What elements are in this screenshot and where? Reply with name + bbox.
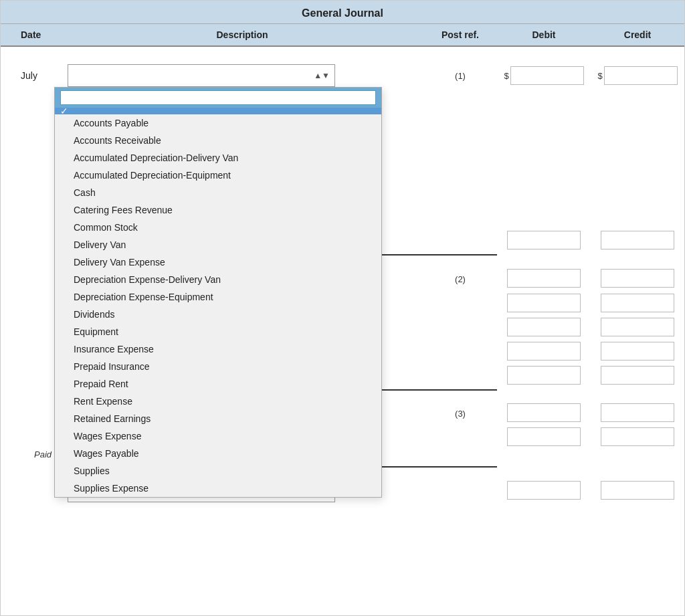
dropdown-item[interactable]: Equipment bbox=[55, 323, 381, 340]
t3r1-credit-input[interactable] bbox=[601, 403, 674, 422]
t2r1-postref: (2) bbox=[423, 274, 497, 284]
transaction-1-debit-input[interactable] bbox=[510, 66, 584, 85]
transaction-1-postref: (1) bbox=[423, 71, 497, 81]
dropdown-overlay: ✓Accounts PayableAccounts ReceivableAccu… bbox=[54, 87, 382, 498]
journal-title: General Journal bbox=[1, 1, 684, 24]
col-header-description: Description bbox=[61, 29, 423, 40]
supplies-note-debit bbox=[497, 366, 591, 387]
description-select[interactable]: Accounts PayableAccounts ReceivableAccum… bbox=[68, 64, 335, 87]
t3r1-debit bbox=[497, 403, 591, 424]
dropdown-item[interactable]: Common Stock bbox=[55, 219, 381, 236]
transaction-1-credit-input[interactable] bbox=[604, 66, 678, 85]
supplies-note-credit-input[interactable] bbox=[601, 366, 674, 385]
dropdown-item[interactable]: Rent Expense bbox=[55, 393, 381, 410]
t4r1-credit-input[interactable] bbox=[601, 481, 674, 500]
t2r3-debit-input[interactable] bbox=[507, 318, 581, 336]
t3r1-credit bbox=[591, 403, 684, 424]
t2r4-debit-input[interactable] bbox=[507, 342, 581, 361]
supplies-note-debit-input[interactable] bbox=[507, 366, 581, 385]
dropdown-item[interactable]: Insurance Expense bbox=[55, 340, 381, 358]
dropdown-item[interactable]: Supplies bbox=[55, 462, 381, 480]
credit-dollar-sign: $ bbox=[597, 71, 602, 81]
dropdown-item[interactable]: Wages Payable bbox=[55, 445, 381, 462]
t3r2-debit bbox=[497, 427, 591, 448]
transaction-1-date: July bbox=[1, 70, 61, 81]
t3r2-debit-input[interactable] bbox=[507, 427, 581, 446]
col-header-postref: Post ref. bbox=[423, 29, 497, 40]
t1r2-credit-input[interactable] bbox=[601, 231, 674, 249]
t3r1-postref: (3) bbox=[423, 409, 497, 419]
dropdown-search-row bbox=[55, 88, 381, 108]
dropdown-item[interactable]: Accumulated Depreciation-Delivery Van bbox=[55, 149, 381, 167]
t2r1-credit bbox=[591, 269, 684, 290]
t3r1-debit-input[interactable] bbox=[507, 403, 581, 422]
t4r1-debit-input[interactable] bbox=[507, 481, 581, 500]
dropdown-item[interactable]: Delivery Van Expense bbox=[55, 253, 381, 271]
dropdown-item[interactable]: Prepaid Insurance bbox=[55, 358, 381, 375]
debit-dollar-sign: $ bbox=[504, 71, 508, 81]
t2r2-debit-input[interactable] bbox=[507, 294, 581, 312]
transaction-1-credit: $ bbox=[591, 66, 684, 85]
journal-body: July Accounts PayableAccounts Receivable… bbox=[1, 47, 684, 510]
t2r4-credit-input[interactable] bbox=[601, 342, 674, 361]
dropdown-item[interactable]: ✓ bbox=[55, 108, 381, 114]
t2r3-credit-input[interactable] bbox=[601, 318, 674, 336]
t2r2-credit-input[interactable] bbox=[601, 294, 674, 312]
supplies-note-credit bbox=[591, 366, 684, 387]
t1r2-debit-input[interactable] bbox=[507, 231, 581, 249]
dropdown-item[interactable]: Dividends bbox=[55, 306, 381, 323]
t1r2-credit bbox=[591, 231, 684, 251]
col-header-debit: Debit bbox=[497, 29, 591, 40]
dropdown-item[interactable]: Depreciation Expense-Equipment bbox=[55, 288, 381, 306]
t2r4-credit bbox=[591, 342, 684, 363]
t2r2-debit bbox=[497, 294, 591, 314]
t2r1-debit bbox=[497, 269, 591, 290]
dropdown-item[interactable]: Retained Earnings bbox=[55, 410, 381, 427]
t2r1-credit-input[interactable] bbox=[601, 269, 674, 288]
transaction-1-row-1: July Accounts PayableAccounts Receivable… bbox=[1, 63, 684, 88]
transaction-1-desc-cell: Accounts PayableAccounts ReceivableAccum… bbox=[61, 64, 423, 87]
dropdown-item[interactable]: Delivery Van bbox=[55, 236, 381, 253]
dropdown-search-input[interactable] bbox=[60, 90, 376, 105]
description-select-wrapper: Accounts PayableAccounts ReceivableAccum… bbox=[68, 64, 335, 87]
dropdown-item[interactable]: Accumulated Depreciation-Equipment bbox=[55, 167, 381, 184]
transaction-1-debit: $ bbox=[497, 66, 591, 85]
dropdown-item[interactable]: Cash bbox=[55, 184, 381, 201]
t2r1-debit-input[interactable] bbox=[507, 269, 581, 288]
col-header-date: Date bbox=[1, 29, 61, 40]
dropdown-item[interactable]: Accounts Payable bbox=[55, 114, 381, 132]
t2r2-credit bbox=[591, 294, 684, 314]
dropdown-item[interactable]: Prepaid Rent bbox=[55, 375, 381, 393]
t4r1-credit bbox=[591, 481, 684, 502]
dropdown-item[interactable]: Wages Expense bbox=[55, 427, 381, 445]
dropdown-item[interactable]: Depreciation Expense-Delivery Van bbox=[55, 271, 381, 288]
t4r1-debit bbox=[497, 481, 591, 502]
t3r2-credit bbox=[591, 427, 684, 448]
t2r4-debit bbox=[497, 342, 591, 363]
t1r2-debit bbox=[497, 231, 591, 251]
dropdown-item[interactable]: Supplies Expense bbox=[55, 480, 381, 497]
dropdown-items-list: ✓Accounts PayableAccounts ReceivableAccu… bbox=[55, 108, 381, 497]
col-header-credit: Credit bbox=[591, 29, 684, 40]
dropdown-item[interactable]: Catering Fees Revenue bbox=[55, 201, 381, 219]
t2r3-debit bbox=[497, 318, 591, 338]
t2r3-credit bbox=[591, 318, 684, 338]
t3r2-credit-input[interactable] bbox=[601, 427, 674, 446]
dropdown-item[interactable]: Accounts Receivable bbox=[55, 132, 381, 149]
